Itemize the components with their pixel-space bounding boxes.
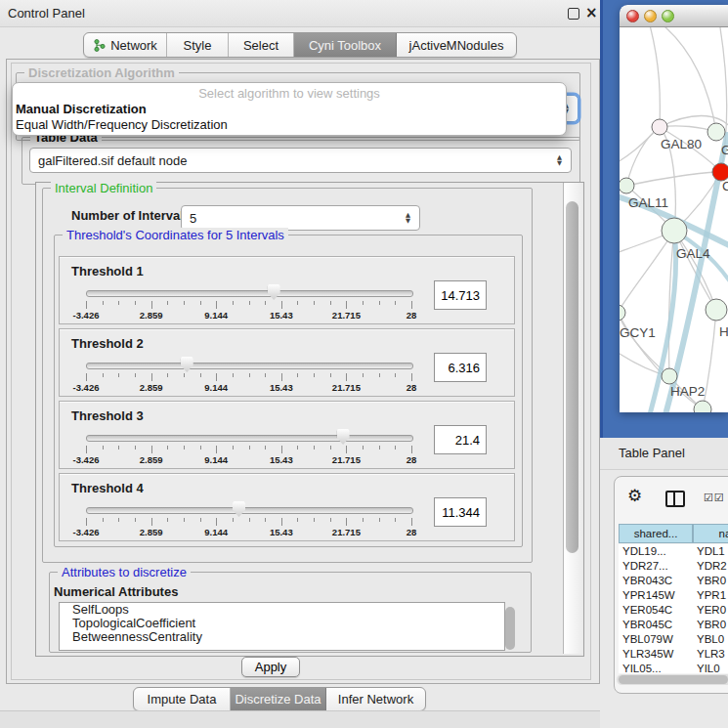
table-cell[interactable]: YIL0 xyxy=(693,662,728,673)
table-cell[interactable]: YBL0 xyxy=(693,632,728,647)
table-data-combobox[interactable]: galFiltered.sif default node ▲▼ xyxy=(29,148,572,173)
slider-tick xyxy=(411,301,412,309)
slider-track[interactable] xyxy=(86,507,413,514)
slider-track[interactable] xyxy=(86,290,413,297)
table-column-header[interactable]: name xyxy=(693,524,728,543)
threshold-panel: Threshold 4-3.4262.8599.14415.4321.71528 xyxy=(59,473,515,541)
slider-thumb[interactable] xyxy=(268,284,280,300)
tab-infer-network[interactable]: Infer Network xyxy=(326,688,425,710)
slider-tick xyxy=(86,373,87,381)
close-traffic-light[interactable] xyxy=(626,10,639,22)
table-cell[interactable]: YDR2 xyxy=(693,559,728,574)
slider-track[interactable] xyxy=(86,363,413,369)
threshold-value-field[interactable] xyxy=(434,353,487,382)
node-gal11[interactable] xyxy=(620,178,634,193)
table-cell[interactable]: YLR3 xyxy=(693,647,728,662)
node-gal4[interactable] xyxy=(662,218,687,243)
table-cell[interactable]: YDL1 xyxy=(693,544,728,559)
slider-tick xyxy=(184,301,185,305)
slider-thumb[interactable] xyxy=(181,357,193,372)
table-body: YDL19...YDL1YDR27...YDR2YBR043CYBR0YPR14… xyxy=(619,544,728,673)
table-cell[interactable]: YLR345W xyxy=(619,647,693,662)
node-gal11-label: GAL11 xyxy=(628,195,668,210)
table-row[interactable]: YBR045CYBR0 xyxy=(619,618,728,632)
list-item[interactable]: TopologicalCoefficient xyxy=(60,617,504,630)
tab-impute-data[interactable]: Impute Data xyxy=(134,688,231,710)
slider-tick-label: 2.859 xyxy=(140,382,163,393)
table-row[interactable]: YER054CYER0 xyxy=(619,603,728,618)
slider-thumb[interactable] xyxy=(233,501,245,517)
popup-item-equal-width-frequency[interactable]: Equal Width/Frequency Discretization xyxy=(16,117,228,132)
table-cell[interactable]: YBR043C xyxy=(619,574,693,588)
threshold-value-field[interactable] xyxy=(434,497,487,527)
table-cell[interactable]: YPR145W xyxy=(619,588,693,603)
close-icon[interactable]: × xyxy=(585,4,598,21)
table-row[interactable]: YBL079WYBL0 xyxy=(619,632,728,647)
gear-icon[interactable]: ⚙ xyxy=(627,486,642,505)
slider-tick xyxy=(330,301,331,305)
table-column-header[interactable]: shared... xyxy=(619,524,693,543)
slider-tick xyxy=(184,518,185,522)
tab-jactivemnodules[interactable]: jActiveMNodules xyxy=(397,33,516,57)
table-cell[interactable]: YER0 xyxy=(693,603,728,618)
tab-discretize-data[interactable]: Discretize Data xyxy=(231,688,326,710)
node-red-label: C xyxy=(722,179,728,193)
table-row[interactable]: YIL05...YIL0 xyxy=(619,662,728,673)
table-cell[interactable]: YBR0 xyxy=(693,618,728,632)
table-cell[interactable]: YBR0 xyxy=(693,574,728,588)
algorithm-dropdown-popup: Select algorithm to view settings Manual… xyxy=(12,82,567,136)
numerical-attributes-list: SelfLoopsTopologicalCoefficientBetweenne… xyxy=(59,602,505,651)
minimize-traffic-light[interactable] xyxy=(644,10,657,22)
zoom-traffic-light[interactable] xyxy=(662,10,674,22)
table-cell[interactable]: YPR1 xyxy=(693,588,728,603)
split-view-icon[interactable] xyxy=(665,491,685,507)
tab-network[interactable]: Network xyxy=(84,33,167,57)
slider-tick xyxy=(86,446,87,453)
apply-button[interactable]: Apply xyxy=(241,657,300,677)
slider-tick xyxy=(314,373,315,377)
table-row[interactable]: YPR145WYPR1 xyxy=(619,588,728,603)
threshold-value-field[interactable] xyxy=(434,280,487,310)
slider-track[interactable] xyxy=(86,435,413,442)
threshold-value-field[interactable] xyxy=(434,425,487,454)
node-ga[interactable] xyxy=(707,123,725,141)
network-canvas[interactable]: GAL80GACGAL11GAL4GCY1HHAP2 xyxy=(620,27,728,412)
node-edge-bottom[interactable] xyxy=(694,401,711,412)
float-window-icon[interactable] xyxy=(568,8,579,20)
table-row[interactable]: YDL19...YDL1 xyxy=(619,544,728,559)
attributes-list-scrollbar-thumb[interactable] xyxy=(505,607,515,650)
tab-cyni-toolbox[interactable]: Cyni Toolbox xyxy=(294,33,397,57)
slider-tick xyxy=(233,373,234,377)
table-row[interactable]: YBR043CYBR0 xyxy=(619,574,728,588)
network-window-titlebar[interactable] xyxy=(620,5,728,27)
popup-item-manual-discretization[interactable]: Manual Discretization xyxy=(16,102,147,116)
column-checkboxes-icon[interactable]: ☑☑ xyxy=(704,492,725,504)
table-cell[interactable]: YIL05... xyxy=(619,662,693,673)
table-row[interactable]: YDR27...YDR2 xyxy=(619,559,728,574)
table-cell[interactable]: YDR27... xyxy=(619,559,693,574)
table-cell[interactable]: YBL079W xyxy=(619,632,693,647)
threshold-label: Threshold 2 xyxy=(71,336,144,351)
tab-style[interactable]: Style xyxy=(167,33,229,57)
spinner-arrows-icon[interactable]: ▲▼ xyxy=(406,213,410,224)
table-cell[interactable]: YBR045C xyxy=(619,618,693,632)
node-gal80[interactable] xyxy=(652,119,667,135)
slider-tick xyxy=(411,518,412,526)
slider-tick xyxy=(411,373,412,381)
slider-tick-label: 28 xyxy=(407,310,417,321)
table-hscrollbar-thumb[interactable] xyxy=(619,675,728,684)
node-h[interactable] xyxy=(706,299,727,321)
tab-select[interactable]: Select xyxy=(229,33,294,57)
node-hap2[interactable] xyxy=(662,368,677,384)
list-item[interactable]: SelfLoops xyxy=(60,603,504,617)
table-cell[interactable]: YDL19... xyxy=(619,544,693,559)
slider-thumb[interactable] xyxy=(337,429,350,445)
node-gcy1[interactable] xyxy=(620,305,625,321)
slider-tick xyxy=(281,518,282,526)
settings-scrollbar-thumb[interactable] xyxy=(566,201,578,553)
table-hscrollbar-track[interactable] xyxy=(617,674,728,685)
table-row[interactable]: YLR345WYLR3 xyxy=(619,647,728,662)
list-item[interactable]: BetweennessCentrality xyxy=(60,630,504,644)
numerical-attributes-label: Numerical Attributes xyxy=(54,584,178,599)
table-cell[interactable]: YER054C xyxy=(619,603,693,618)
